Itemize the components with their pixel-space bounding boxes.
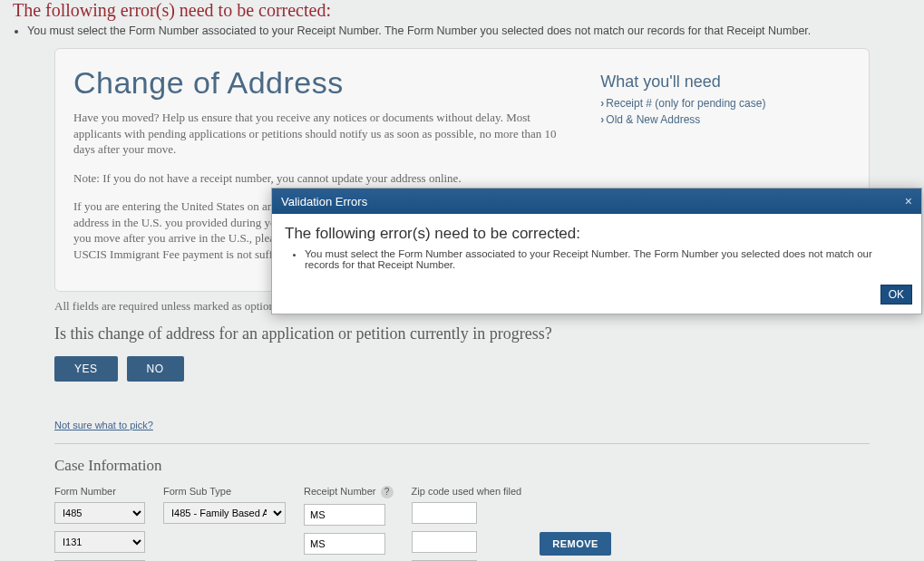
zip-label: Zip code used when filed [412, 486, 522, 497]
yes-button[interactable]: YES [54, 356, 118, 382]
need-item-2: ›Old & New Address [600, 113, 851, 126]
modal-title: Validation Errors [281, 195, 367, 208]
card-title: Change of Address [73, 65, 573, 101]
form-number-select-0[interactable]: I485 [54, 502, 145, 524]
receipt-number-label: Receipt Number ? [304, 486, 394, 498]
case-information-title: Case Information [54, 457, 870, 475]
page-error-item: You must select the Form Number associat… [27, 24, 924, 44]
validation-errors-modal: Validation Errors × The following error(… [271, 188, 922, 314]
form-number-select-1[interactable]: I131 [54, 531, 145, 553]
modal-error-title: The following error(s) need to be correc… [285, 225, 909, 243]
need-item-1: ›Receipt # (only for pending case) [600, 97, 851, 110]
modal-error-item: You must select the Form Number associat… [305, 248, 909, 270]
receipt-number-input-0[interactable] [304, 504, 385, 526]
card-para-1: Have you moved? Help us ensure that you … [73, 110, 573, 158]
form-sub-type-label: Form Sub Type [163, 486, 286, 497]
not-sure-link[interactable]: Not sure what to pick? [54, 420, 153, 430]
form-sub-type-select-0[interactable]: I485 - Family Based Adjust [163, 502, 286, 524]
page-error-title: The following error(s) need to be correc… [0, 0, 924, 24]
help-icon[interactable]: ? [381, 486, 394, 498]
in-progress-question: Is this change of address for an applica… [54, 324, 870, 343]
card-para-2: Note: If you do not have a receipt numbe… [73, 170, 573, 187]
need-title: What you'll need [600, 73, 851, 92]
zip-input-1[interactable] [412, 531, 477, 553]
remove-button-1[interactable]: REMOVE [540, 532, 611, 556]
ok-button[interactable]: OK [880, 285, 912, 305]
chevron-icon: › [600, 97, 604, 110]
close-icon[interactable]: × [905, 194, 912, 208]
chevron-icon: › [600, 113, 604, 126]
no-button[interactable]: NO [127, 356, 184, 382]
form-number-label: Form Number [54, 486, 145, 497]
receipt-number-input-1[interactable] [304, 533, 385, 555]
divider [54, 443, 870, 444]
zip-input-0[interactable] [412, 502, 477, 524]
